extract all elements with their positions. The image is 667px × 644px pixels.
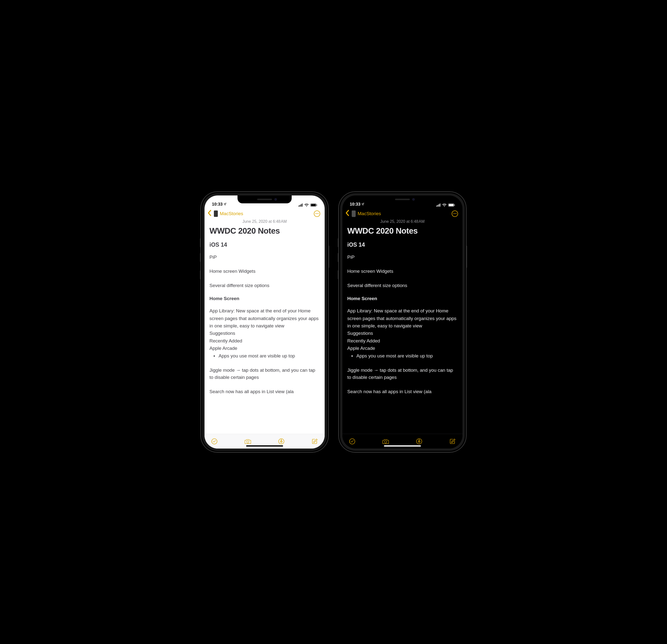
bullet-text: Apps you use most are visible up top [356,352,433,360]
heading-homescreen: Home Screen [347,296,458,301]
folder-icon [352,210,356,217]
heading-ios14: iOS 14 [347,242,458,248]
compose-button[interactable] [449,438,456,445]
ellipsis-icon [453,213,457,214]
note-timestamp: June 25, 2020 at 6:48 AM [209,219,320,224]
status-left: 10:33 [350,202,364,207]
location-icon [224,202,226,207]
more-button[interactable] [452,210,458,217]
line-recently-added: Recently Added [209,337,320,345]
para-jiggle: Jiggle mode → tap dots at bottom, and yo… [209,367,320,381]
line-widgets: Home screen Widgets [347,268,458,275]
nav-header: MacStories [342,207,462,219]
bullet-text: Apps you use most are visible up top [218,352,295,360]
para-applibrary: App Library: New space at the end of you… [209,307,320,329]
front-camera [274,198,277,200]
content-fade [342,414,462,434]
screen: 10:33 [205,195,325,449]
spacer [347,360,458,367]
cellular-icon [298,203,303,207]
bullet-icon: • [213,352,215,360]
folder-icon [214,210,218,217]
line-suggestions: Suggestions [209,329,320,337]
camera-button[interactable] [244,438,251,445]
phone-dark: 10:33 [338,192,467,452]
home-indicator[interactable] [384,445,421,447]
battery-icon [310,203,317,207]
svg-rect-3 [302,204,303,207]
status-time: 10:33 [212,202,223,207]
svg-rect-11 [438,205,438,207]
line-sizes: Several different size options [347,282,458,289]
heading-homescreen: Home Screen [209,296,320,301]
cellular-icon [436,203,441,207]
svg-rect-0 [298,206,299,207]
svg-rect-10 [436,206,437,207]
back-label: MacStories [220,211,243,216]
spacer [209,360,320,367]
note-body[interactable]: June 25, 2020 at 6:48 AM WWDC 2020 Notes… [342,219,462,434]
status-time: 10:33 [350,202,360,207]
line-suggestions: Suggestions [347,329,458,337]
speaker-grille [257,199,272,200]
line-apple-arcade: Apple Arcade [347,345,458,352]
line-pip: PiP [347,254,458,261]
more-button[interactable] [314,210,320,217]
para-applibrary: App Library: New space at the end of you… [347,307,458,329]
line-apple-arcade: Apple Arcade [209,345,320,352]
front-camera [412,198,415,200]
content-fade [205,414,325,434]
home-indicator[interactable] [246,445,283,447]
ellipsis-icon [315,213,319,214]
back-button[interactable]: MacStories [208,210,243,218]
note-title: WWDC 2020 Notes [347,226,458,236]
wifi-icon [305,203,309,207]
back-label: MacStories [358,211,381,216]
status-right [298,203,317,207]
compose-button[interactable] [311,438,318,445]
checklist-button[interactable] [349,438,356,445]
note-timestamp: June 25, 2020 at 6:48 AM [347,219,458,224]
svg-rect-2 [301,204,302,207]
line-pip: PiP [209,254,320,261]
nav-header: MacStories [205,207,325,219]
svg-rect-15 [449,204,454,206]
speaker-grille [395,199,410,200]
svg-rect-6 [316,205,317,206]
chevron-left-icon [345,210,350,218]
svg-rect-1 [300,205,300,207]
para-search-cut: Search now has all apps in List view (al… [209,388,320,395]
line-recently-added: Recently Added [347,337,458,345]
note-title: WWDC 2020 Notes [209,226,320,236]
para-jiggle: Jiggle mode → tap dots at bottom, and yo… [347,367,458,381]
notch [238,195,292,203]
status-right [436,203,455,207]
notch [375,195,429,203]
screen: 10:33 [342,195,462,449]
bullet-icon: • [351,352,353,360]
line-sizes: Several different size options [209,282,320,289]
wifi-icon [442,203,447,207]
phone-light: 10:33 [200,192,329,452]
back-button[interactable]: MacStories [345,210,381,218]
svg-point-18 [385,441,387,443]
svg-rect-5 [311,204,316,206]
battery-icon [448,203,455,207]
svg-rect-12 [439,204,439,207]
markup-button[interactable] [416,438,423,445]
location-icon [361,202,364,207]
line-widgets: Home screen Widgets [209,268,320,275]
heading-ios14: iOS 14 [209,242,320,248]
bullet-most-used: • Apps you use most are visible up top [209,352,320,360]
checklist-button[interactable] [211,438,218,445]
status-left: 10:33 [212,202,226,207]
camera-button[interactable] [382,438,389,445]
markup-button[interactable] [278,438,285,445]
note-body[interactable]: June 25, 2020 at 6:48 AM WWDC 2020 Notes… [205,219,325,434]
svg-point-8 [247,441,249,443]
svg-rect-16 [454,205,455,206]
para-search-cut: Search now has all apps in List view (al… [347,388,458,395]
svg-rect-13 [440,204,441,207]
chevron-left-icon [208,210,212,218]
bullet-most-used: • Apps you use most are visible up top [347,352,458,360]
